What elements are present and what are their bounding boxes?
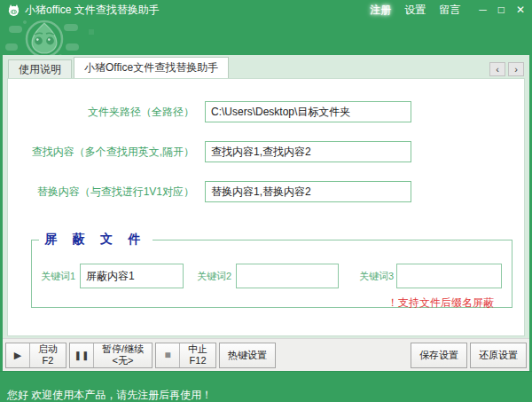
replace-content-label: 替换内容（与查找进行1V1对应） — [8, 180, 194, 203]
stop-button[interactable]: ■ 中止 F12 — [155, 343, 216, 368]
extension-block-note: ！支持文件后缀名屏蔽 — [387, 296, 494, 311]
pause-hotkey: <无> — [102, 355, 144, 367]
keyword1-input[interactable] — [80, 264, 184, 288]
search-content-input[interactable] — [205, 141, 411, 162]
main-panel: 文件夹路径（全路径） 查找内容（多个查找用英文,隔开） 替换内容（与查找进行1V… — [7, 78, 525, 336]
toolbar: ▶ 启动 F2 ❚❚ 暂停/继续 <无> ■ 中止 F12 热键设置 保存设置 … — [3, 338, 529, 371]
stop-icon: ■ — [156, 343, 180, 367]
tab-scroll-left-button[interactable]: ‹ — [489, 62, 505, 76]
folder-path-label: 文件夹路径（全路径） — [8, 100, 194, 123]
restore-settings-button[interactable]: 还原设置 — [470, 343, 527, 368]
window-title: 小猪office 文件查找替换助手 — [25, 3, 160, 18]
close-button[interactable]: ✕ — [516, 4, 525, 15]
block-files-group: 屏 蔽 文 件 关键词1 关键词2 关键词3 ！支持文件后缀名屏蔽 — [31, 232, 512, 308]
pause-button-text: 暂停/继续 <无> — [94, 343, 152, 367]
folder-path-input[interactable] — [205, 101, 411, 122]
stop-label: 中止 — [188, 343, 207, 355]
play-icon: ▶ — [6, 343, 30, 367]
banner — [0, 20, 532, 55]
replace-content-input[interactable] — [205, 181, 411, 202]
keyword3-input[interactable] — [396, 264, 502, 288]
status-message: 您好 欢迎使用本产品，请先注册后再使用！ — [7, 389, 212, 401]
mascot-watermark-pig-icon — [2, 17, 104, 59]
tab-usage-instructions[interactable]: 使用说明 — [8, 59, 72, 78]
start-button[interactable]: ▶ 启动 F2 — [5, 343, 66, 368]
stop-hotkey: F12 — [188, 355, 207, 367]
tab-bar: 使用说明 小猪Office文件查找替换助手 ‹ › — [3, 55, 529, 78]
keyword1-label: 关键词1 — [41, 264, 75, 288]
keyword2-input[interactable] — [236, 264, 339, 288]
titlebar-menu-settings[interactable]: 设置 — [404, 3, 426, 18]
app-window: 小猪office 文件查找替换助手 注册 设置 留言 ─ □ ✕ — [0, 0, 532, 402]
save-settings-button[interactable]: 保存设置 — [411, 343, 467, 368]
search-content-label: 查找内容（多个查找用英文,隔开） — [8, 140, 194, 163]
start-label: 启动 — [38, 343, 58, 355]
search-content-row: 查找内容（多个查找用英文,隔开） — [8, 140, 524, 163]
titlebar-right: 注册 设置 留言 ─ □ ✕ — [370, 3, 525, 18]
folder-path-row: 文件夹路径（全路径） — [8, 100, 524, 123]
pause-resume-button[interactable]: ❚❚ 暂停/继续 <无> — [69, 343, 153, 368]
start-hotkey: F2 — [38, 355, 58, 367]
window-controls: ─ □ ✕ — [479, 4, 525, 15]
minimize-button[interactable]: ─ — [479, 4, 487, 15]
app-logo-pig-icon — [7, 4, 20, 17]
block-files-group-title: 屏 蔽 文 件 — [39, 232, 153, 248]
start-button-text: 启动 F2 — [30, 343, 66, 367]
titlebar-menu-message[interactable]: 留言 — [439, 3, 460, 18]
tab-main-tool[interactable]: 小猪Office文件查找替换助手 — [74, 57, 229, 78]
hotkey-settings-button[interactable]: 热键设置 — [219, 343, 276, 368]
status-bar: 您好 欢迎使用本产品，请先注册后再使用！ — [0, 371, 532, 402]
maximize-button[interactable]: □ — [498, 4, 505, 15]
tab-scroll-controls: ‹ › — [489, 62, 524, 76]
pause-label: 暂停/继续 — [102, 343, 144, 355]
keyword2-label: 关键词2 — [197, 264, 231, 288]
titlebar-menu-register[interactable]: 注册 — [370, 3, 391, 18]
stop-button-text: 中止 F12 — [180, 343, 215, 367]
tab-scroll-right-button[interactable]: › — [508, 62, 524, 76]
pause-icon: ❚❚ — [70, 343, 94, 367]
replace-content-row: 替换内容（与查找进行1V1对应） — [8, 180, 524, 203]
keyword3-label: 关键词3 — [359, 264, 394, 288]
